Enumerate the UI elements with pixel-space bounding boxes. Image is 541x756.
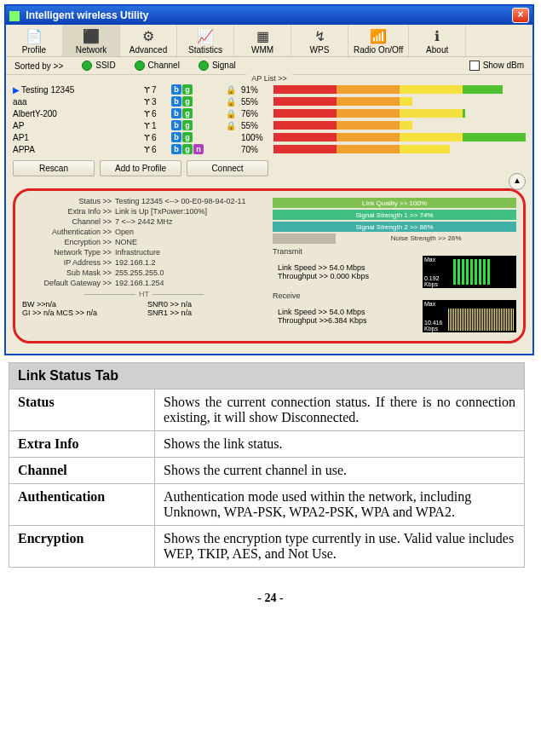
signal-percent: 100% (241, 133, 270, 142)
ap-name: APPA (13, 145, 35, 154)
ap-row[interactable]: APϒ1bg🔒55% (6, 119, 532, 131)
signal-bar (273, 85, 526, 94)
tab-statistics[interactable]: 📈Statistics (177, 25, 234, 56)
ap-name: Testing 12345 (21, 85, 74, 95)
description-table: Link Status Tab StatusShows the current … (9, 362, 525, 568)
ht-bw: BW >>n/a (22, 300, 141, 309)
antenna-icon: ϒ (144, 133, 150, 142)
titlebar: Intelligent wireless Utility × (6, 6, 532, 25)
channel-value: ϒ3 (144, 97, 168, 107)
ap-row[interactable]: aaaϒ3bg🔒55% (6, 95, 532, 107)
close-button[interactable]: × (512, 8, 529, 23)
band-g-badge: g (182, 108, 193, 118)
ht-gi-mcs: GI >> n/a MCS >> n/a (22, 309, 141, 317)
advanced-icon: ⚙ (125, 26, 171, 45)
action-buttons: Rescan Add to Profile Connect (6, 155, 532, 182)
band-b-badge: b (171, 108, 181, 118)
window-title: Intelligent wireless Utility (26, 9, 148, 21)
sort-channel[interactable]: Channel (135, 61, 180, 71)
tab-radio[interactable]: 📶Radio On/Off (348, 25, 409, 56)
antenna-icon: ϒ (144, 97, 150, 107)
tab-advanced[interactable]: ⚙Advanced (120, 25, 177, 56)
field-description: Authentication mode used within the netw… (155, 484, 525, 526)
field-name: Encryption (9, 526, 155, 568)
about-icon: ℹ (414, 26, 460, 45)
add-profile-button[interactable]: Add to Profile (100, 160, 181, 176)
meters-and-graphs: Link Quality >> 100% Signal Strength 1 >… (273, 196, 516, 332)
table-row: AuthenticationAuthentication mode used w… (9, 484, 525, 526)
status-row: Status >>Testing 12345 <--> 00-E0-98-94-… (22, 196, 266, 206)
profile-icon: 📄 (11, 26, 57, 45)
noise-strength-meter: Noise Strength >> 26% (273, 234, 516, 244)
antenna-icon: ϒ (144, 85, 150, 95)
sort-ssid[interactable]: SSID (82, 61, 115, 71)
band-g-badge: g (182, 120, 193, 130)
sort-signal[interactable]: Signal (199, 61, 236, 71)
page-number: - 24 - (0, 592, 541, 605)
ap-row[interactable]: AP1ϒ6bg100% (6, 131, 532, 143)
band-b-badge: b (171, 84, 181, 95)
channel-value: ϒ6 (144, 145, 168, 154)
band-badges: bg (171, 84, 221, 95)
lock-icon: 🔒 (224, 85, 238, 95)
link-quality-meter: Link Quality >> 100% (273, 198, 516, 208)
radio-icon (135, 61, 145, 71)
band-b-badge: b (171, 96, 181, 107)
signal-strength-1-meter: Signal Strength 1 >> 74% (273, 210, 516, 220)
app-icon (9, 11, 20, 21)
field-description: Shows the encryption type currently in u… (155, 526, 525, 568)
ap-row[interactable]: AlbertY-200ϒ6bg🔒76% (6, 107, 532, 119)
antenna-icon: ϒ (144, 109, 150, 118)
field-name: Authentication (9, 484, 155, 526)
connect-button[interactable]: Connect (187, 160, 268, 176)
antenna-icon: ϒ (144, 145, 150, 154)
active-arrow-icon: ▶ (13, 85, 20, 95)
band-badges: bg (171, 132, 221, 142)
ap-list: ▶Testing 12345ϒ7bg🔒91%aaaϒ3bg🔒55%AlbertY… (6, 84, 532, 155)
band-badges: bg (171, 120, 221, 130)
channel-value: ϒ7 (144, 85, 168, 95)
app-window: Intelligent wireless Utility × 📄Profile … (4, 4, 534, 355)
show-dbm-checkbox[interactable]: Show dBm (469, 61, 524, 71)
lock-icon: 🔒 (224, 109, 238, 118)
rx-graph: Max 10.416 Kbps (423, 300, 516, 332)
wps-icon: ↯ (296, 26, 342, 45)
band-g-badge: g (182, 132, 193, 142)
ap-row[interactable]: APPAϒ6bgn70% (6, 143, 532, 155)
lock-icon: 🔒 (224, 97, 238, 107)
tab-about[interactable]: ℹAbout (409, 25, 466, 56)
field-description: Shows the link status. (155, 431, 525, 458)
tx-throughput: Throughput >> 0.000 Kbps (273, 272, 417, 280)
statistics-icon: 📈 (182, 26, 228, 45)
signal-percent: 55% (241, 97, 270, 107)
table-row: Extra InfoShows the link status. (9, 431, 525, 458)
rescan-button[interactable]: Rescan (13, 160, 95, 176)
status-row: Extra Info >>Link is Up [TxPower:100%] (22, 206, 266, 216)
ap-row[interactable]: ▶Testing 12345ϒ7bg🔒91% (6, 84, 532, 95)
receive-header: Receive (273, 291, 516, 300)
field-name: Status (9, 390, 155, 431)
tab-profile[interactable]: 📄Profile (6, 25, 63, 56)
tab-network[interactable]: ⬛Network (63, 25, 120, 56)
radio-icon (199, 61, 209, 71)
field-description: Shows the current channel in use. (155, 458, 525, 484)
band-badges: bg (171, 96, 221, 107)
link-status-panel: Status >>Testing 12345 <--> 00-E0-98-94-… (13, 188, 526, 343)
status-row: Channel >>7 <--> 2442 MHz (22, 216, 266, 227)
signal-bar (273, 133, 526, 141)
band-g-badge: g (182, 144, 193, 154)
main-toolbar: 📄Profile ⬛Network ⚙Advanced 📈Statistics … (6, 25, 532, 57)
status-row: Default Gateway >>192.168.1.254 (22, 278, 266, 288)
ap-name: aaa (13, 97, 27, 107)
wmm-icon: ▦ (239, 26, 285, 45)
band-badges: bg (171, 108, 221, 118)
tab-wmm[interactable]: ▦WMM (234, 25, 291, 56)
ap-name: AlbertY-200 (13, 109, 57, 118)
status-row: Authentication >>Open (22, 227, 266, 237)
tx-graph: Max 0.192 Kbps (423, 256, 516, 288)
signal-bar (273, 109, 526, 118)
tab-wps[interactable]: ↯WPS (291, 25, 348, 56)
channel-value: ϒ6 (144, 109, 168, 118)
collapse-toggle[interactable]: ▲ (509, 173, 526, 190)
ht-divider: HT (22, 290, 266, 298)
